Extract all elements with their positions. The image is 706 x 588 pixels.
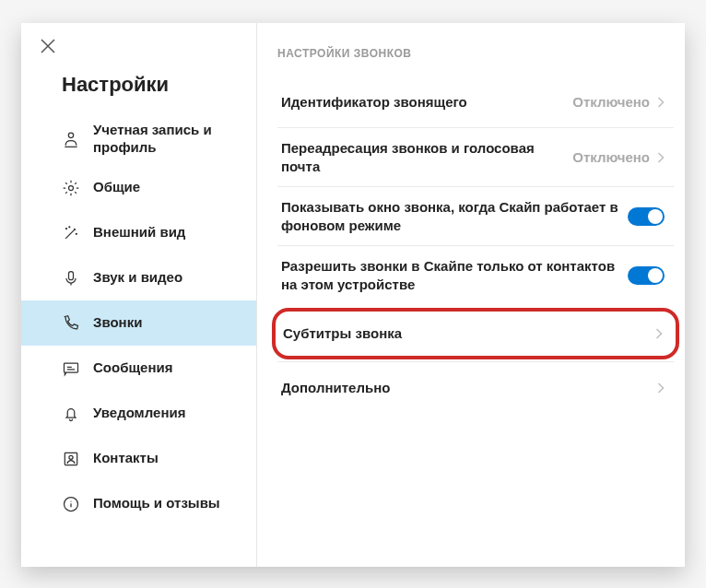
microphone-icon [62,269,80,288]
sidebar-item-label: Уведомления [93,405,185,422]
sidebar-item-label: Звонки [93,314,142,332]
sidebar: Настройки Учетная запись и профиль Общие… [21,23,257,567]
section-header: НАСТРОЙКИ ЗВОНКОВ [277,47,674,60]
toggle-switch[interactable] [628,207,665,226]
info-icon [62,495,80,513]
sidebar-item-label: Сообщения [93,359,172,377]
sidebar-nav: Учетная запись и профиль Общие Внешний в… [21,113,256,526]
sidebar-item-label: Учетная запись и профиль [93,122,241,157]
content-panel: НАСТРОЙКИ ЗВОНКОВ Идентификатор звонящег… [257,23,685,567]
setting-show-call-window: Показывать окно звонка, когда Скайп рабо… [277,187,674,246]
chat-icon [62,359,80,378]
setting-status: Отключено [572,94,650,110]
sidebar-title: Настройки [21,54,256,113]
svg-point-8 [69,455,73,459]
sidebar-item-help[interactable]: Помощь и отзывы [21,481,256,526]
contacts-icon [62,450,80,468]
chevron-right-icon [652,93,670,112]
svg-point-0 [68,133,73,137]
sidebar-item-notifications[interactable]: Уведомления [21,391,256,436]
setting-advanced[interactable]: Дополнительно [277,361,674,413]
close-icon[interactable] [40,38,56,54]
svg-point-2 [66,228,67,229]
svg-point-4 [76,233,76,234]
person-icon [62,130,80,148]
chevron-right-icon [652,148,670,167]
setting-label: Дополнительно [281,379,652,397]
sidebar-item-label: Помощь и отзывы [93,495,220,512]
setting-label: Показывать окно звонка, когда Скайп рабо… [281,198,628,234]
gear-icon [62,179,80,197]
bell-icon [62,405,80,423]
setting-label: Разрешить звонки в Скайпе только от конт… [281,257,628,293]
sidebar-item-calling[interactable]: Звонки [21,300,256,346]
sidebar-item-label: Общие [93,179,140,196]
setting-status: Отключено [572,149,650,165]
sidebar-item-audiovideo[interactable]: Звук и видео [21,255,256,300]
sidebar-item-appearance[interactable]: Внешний вид [21,210,256,255]
svg-rect-6 [65,363,78,372]
setting-forwarding[interactable]: Переадресация звонков и голосовая почта … [277,128,674,187]
phone-icon [62,314,80,333]
sidebar-item-account[interactable]: Учетная запись и профиль [21,113,256,165]
setting-label: Субтитры звонка [283,324,650,343]
highlight-annotation: Субтитры звонка [272,308,679,359]
chevron-right-icon [650,324,668,343]
sidebar-item-label: Внешний вид [93,224,185,241]
svg-rect-5 [69,271,74,279]
svg-point-1 [69,185,74,190]
toggle-switch[interactable] [628,266,665,285]
setting-caller-id[interactable]: Идентификатор звонящего Отключено [277,76,674,128]
sidebar-item-general[interactable]: Общие [21,165,256,210]
sidebar-item-messaging[interactable]: Сообщения [21,346,256,391]
svg-point-3 [69,226,70,227]
sidebar-item-label: Контакты [93,450,159,467]
chevron-right-icon [652,379,670,397]
setting-contacts-only: Разрешить звонки в Скайпе только от конт… [277,246,674,304]
wand-icon [62,224,80,242]
settings-window: Настройки Учетная запись и профиль Общие… [21,23,685,567]
sidebar-item-contacts[interactable]: Контакты [21,436,256,481]
setting-label: Переадресация звонков и голосовая почта [281,139,572,175]
sidebar-item-label: Звук и видео [93,269,182,287]
setting-call-subtitles[interactable]: Субтитры звонка [279,312,672,356]
setting-label: Идентификатор звонящего [281,93,572,112]
